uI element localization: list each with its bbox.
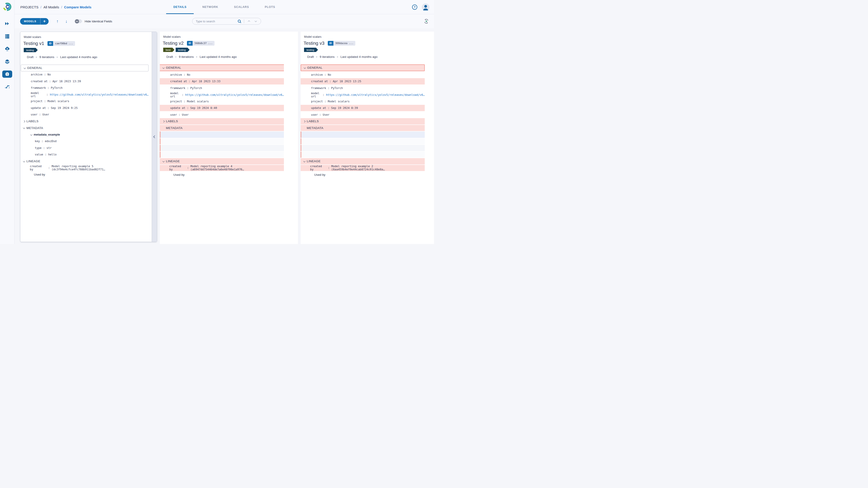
field-value-link[interactable]: https://github.com/ultralytics/yolov5/re…	[326, 93, 425, 96]
search-next-icon[interactable]	[255, 20, 257, 22]
field-separator: :	[328, 80, 333, 83]
row-field-created-at: created at : Apr 18 2023 13:33	[160, 78, 284, 85]
models-icon[interactable]	[2, 70, 12, 78]
field-key: created at	[170, 80, 187, 83]
search-input[interactable]	[192, 20, 238, 23]
field-value-link[interactable]: https://github.com/ultralytics/yolov5/re…	[185, 93, 284, 96]
status-item: 9 iterations	[179, 55, 194, 59]
search-icon[interactable]	[238, 20, 241, 23]
model-title: Testing v3	[304, 40, 324, 46]
status-item: 9 iterations	[39, 55, 54, 59]
field-key: user	[31, 113, 37, 116]
row-section-labels[interactable]: LABELS	[160, 118, 284, 125]
add-model-button[interactable]: +	[40, 18, 49, 25]
field-separator: :	[43, 153, 48, 156]
field-value: Apr 18 2023 13:25	[333, 80, 361, 83]
tab-network[interactable]: NETWORK	[201, 0, 219, 14]
row-section-metadata[interactable]: METADATA	[20, 125, 149, 131]
row-field-model-url: model url : https://github.com/ultralyti…	[20, 91, 149, 98]
field-separator: :	[185, 87, 190, 90]
row-section-labels[interactable]: LABELS	[20, 118, 149, 125]
row-section-metadata[interactable]: METADATA	[301, 125, 425, 132]
fast-forward-icon[interactable]	[2, 20, 12, 27]
row-empty-empty	[301, 145, 425, 151]
section-label: LINEAGE	[26, 160, 40, 163]
tag-best: best	[163, 48, 175, 52]
chevron-down-icon	[23, 160, 26, 163]
models-split-button[interactable]: MODELS +	[20, 18, 49, 25]
section-label: LINEAGE	[166, 160, 180, 163]
model-id-value[interactable]: 568b8c37 ...	[193, 41, 215, 46]
chevron-down-icon	[303, 66, 307, 69]
tag-testing: testing	[176, 48, 190, 52]
help-icon[interactable]: ?	[412, 4, 417, 10]
section-label: LABELS	[166, 120, 178, 123]
row-section-lineage[interactable]: LINEAGE	[160, 158, 284, 165]
hide-identical-toggle[interactable]	[75, 20, 82, 23]
status-item: Last updated 4 months ago	[199, 55, 237, 59]
search-prev-icon[interactable]	[248, 20, 250, 22]
row-section-general[interactable]: GENERAL	[21, 65, 149, 71]
row-field-framework: framework : PyTorch	[301, 85, 425, 92]
toolbar: MODELS + ↑ ↓ Hide Identical Fields	[14, 14, 434, 28]
tab-scalars[interactable]: SCALARS	[232, 0, 250, 14]
tab-details[interactable]: DETAILS	[172, 0, 188, 14]
row-text-used-by: Used by	[20, 171, 149, 178]
chevron-none-icon	[303, 126, 306, 129]
row-lineage-created-by: created by : Model reporting example 5 (…	[20, 165, 149, 171]
field-value: edxzDsd	[45, 140, 57, 143]
breadcrumb-compare-models[interactable]: Compare Models	[64, 5, 92, 9]
field-key: framework	[311, 87, 326, 90]
chevron-down-icon	[23, 66, 26, 70]
field-separator: :	[321, 93, 326, 96]
queues-icon[interactable]	[2, 33, 12, 40]
datasets-icon[interactable]	[2, 58, 12, 65]
models-button-label[interactable]: MODELS	[20, 18, 40, 25]
user-avatar-icon[interactable]	[422, 3, 430, 11]
status-dot-icon	[316, 57, 317, 57]
tab-plots[interactable]: PLOTS	[264, 0, 276, 14]
field-value: Model reporting example 5 (dc3f94e4cfce4…	[52, 165, 149, 171]
row-section-general[interactable]: GENERAL	[301, 64, 425, 71]
field-value: Model reporting example 2 (6aa459b4ef0e4…	[331, 165, 425, 171]
field-key: model url	[31, 92, 45, 98]
card-project-label: Model scalars	[301, 35, 434, 38]
used-by-label: Used by	[34, 173, 45, 176]
field-separator: :	[46, 166, 52, 169]
collapse-panel-button[interactable]	[152, 32, 157, 242]
pipelines-icon[interactable]	[2, 83, 12, 90]
cloud-gear-icon[interactable]	[2, 45, 12, 53]
breadcrumb-projects[interactable]: PROJECTS	[20, 5, 38, 9]
row-empty-empty	[160, 145, 284, 151]
field-separator: :	[177, 113, 182, 116]
field-key: framework	[170, 87, 185, 90]
row-section-metadata[interactable]: METADATA	[160, 125, 284, 132]
prev-diff-button[interactable]: ↑	[57, 19, 59, 24]
row-field-project: project : Model scalars	[20, 98, 149, 105]
breadcrumb-all-models[interactable]: All Models	[43, 5, 59, 9]
row-section-general[interactable]: GENERAL	[160, 64, 284, 71]
auto-refresh-icon[interactable]	[424, 19, 429, 24]
field-key: framework	[31, 86, 46, 90]
field-separator: :	[46, 86, 51, 90]
row-section-lineage[interactable]: LINEAGE	[20, 158, 149, 165]
row-empty-empty	[160, 138, 284, 144]
status-row: Draft9 iterationsLast updated 4 months a…	[20, 55, 152, 59]
row-text-used-by: Used by	[301, 171, 425, 178]
field-value-link[interactable]: https://github.com/ultralytics/yolov5/re…	[50, 93, 149, 96]
field-separator: :	[323, 73, 328, 76]
row-section-lineage[interactable]: LINEAGE	[301, 158, 425, 165]
field-separator: :	[45, 93, 50, 96]
model-id-value[interactable]: caef90bd ...	[53, 41, 75, 46]
row-subfield-key: key : edxzDsd	[20, 138, 149, 145]
model-id-value[interactable]: 999dacea ...	[333, 41, 355, 46]
clearml-logo[interactable]: C	[3, 2, 12, 11]
field-separator: :	[323, 100, 328, 103]
row-empty-empty	[160, 131, 284, 138]
row-section-labels[interactable]: LABELS	[301, 118, 425, 125]
row-group-metadata-example[interactable]: metadata_example	[20, 131, 149, 138]
field-value: Sep 19 2024 9:25	[51, 106, 78, 109]
chevron-right-icon	[162, 120, 165, 123]
field-separator: :	[182, 100, 187, 103]
next-diff-button[interactable]: ↓	[65, 19, 68, 24]
